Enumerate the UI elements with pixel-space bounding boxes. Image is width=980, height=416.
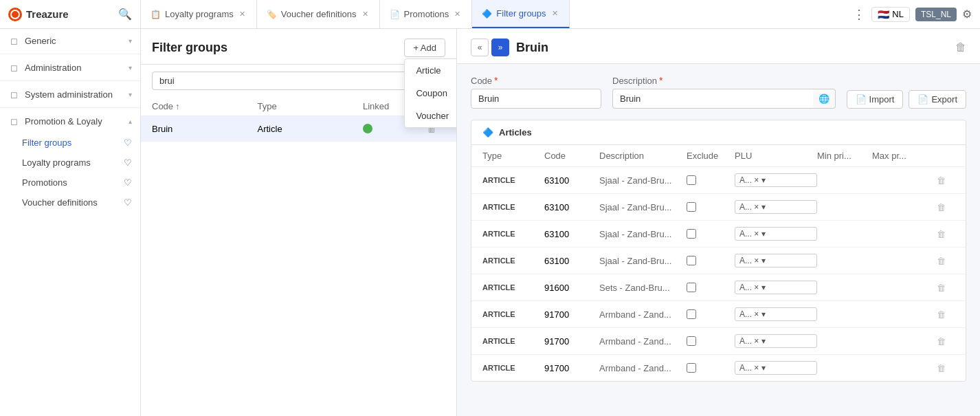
- sidebar-item-sysadmin[interactable]: ◻ System administration ▾: [0, 83, 140, 106]
- articles-table-header: Type Code Description Exclude PLU Min pr…: [471, 145, 966, 167]
- settings-icon[interactable]: ⚙: [962, 8, 972, 21]
- row-delete-button[interactable]: 🗑: [927, 363, 955, 373]
- row-exclude-checkbox[interactable]: [687, 336, 696, 346]
- article-row: ARTICLE 63100 Sjaal - Zand-Bru... A... ×…: [471, 248, 966, 274]
- topbar-right: ⋮ 🇳🇱 NL TSL_NL ⚙: [845, 7, 980, 22]
- tab-loyalty[interactable]: 📋 Loyalty programs ✕: [141, 0, 257, 28]
- tab-voucher-close[interactable]: ✕: [361, 10, 370, 19]
- row-plu-select[interactable]: A... × ▾: [735, 227, 817, 241]
- user-badge[interactable]: TSL_NL: [915, 8, 957, 21]
- tab-promotions[interactable]: 📄 Promotions ✕: [380, 0, 473, 28]
- row-code: 63100: [544, 202, 599, 212]
- content-area: Filter groups + Add Article Coupon Vouch…: [141, 29, 980, 416]
- articles-title: Articles: [499, 127, 532, 138]
- article-row: ARTICLE 63100 Sjaal - Zand-Bru... A... ×…: [471, 167, 966, 194]
- sidebar-item-administration[interactable]: ◻ Administration ▾: [0, 56, 140, 79]
- add-button[interactable]: + Add: [404, 39, 445, 57]
- row-exclude-checkbox[interactable]: [687, 256, 696, 265]
- row-type: ARTICLE: [482, 256, 544, 265]
- col-header-code[interactable]: Code ↑: [152, 101, 258, 111]
- row-exclude-checkbox[interactable]: [687, 175, 696, 185]
- language-selector[interactable]: 🇳🇱 NL: [871, 7, 910, 22]
- description-input[interactable]: [612, 89, 813, 109]
- col-type: Type: [482, 151, 544, 161]
- promotion-icon: ◻: [8, 116, 19, 127]
- tab-loyalty-label: Loyalty programs: [165, 9, 234, 19]
- row-exclude-checkbox[interactable]: [687, 363, 696, 373]
- dropdown-item-article[interactable]: Article: [405, 59, 457, 82]
- heart-icon: ♡: [124, 157, 132, 168]
- search-input[interactable]: [152, 72, 445, 90]
- tab-filtergroups[interactable]: 🔷 Filter groups ✕: [472, 0, 569, 28]
- tab-promotions-close[interactable]: ✕: [453, 10, 462, 19]
- nav-prev-button[interactable]: «: [471, 39, 489, 56]
- row-plu-select[interactable]: A... × ▾: [735, 307, 817, 321]
- nav-next-button[interactable]: »: [491, 39, 509, 56]
- sidebar-item-filter-groups[interactable]: Filter groups ♡: [22, 133, 140, 153]
- col-plu: PLU: [735, 151, 817, 161]
- app-name: Treazure: [26, 8, 69, 20]
- tab-voucher-icon: 🏷️: [267, 10, 277, 19]
- row-plu-select[interactable]: A... × ▾: [735, 281, 817, 294]
- row-delete-button[interactable]: 🗑: [927, 202, 955, 212]
- article-row: ARTICLE 63100 Sjaal - Zand-Bru... A... ×…: [471, 194, 966, 221]
- col-max-price: Max pr...: [872, 151, 927, 161]
- sidebar-item-voucher-definitions[interactable]: Voucher definitions ♡: [22, 193, 140, 212]
- search-icon[interactable]: 🔍: [118, 8, 132, 21]
- sidebar-section-administration: ◻ Administration ▾: [0, 56, 140, 79]
- export-button[interactable]: 📄 Export: [909, 90, 966, 109]
- tab-voucher[interactable]: 🏷️ Voucher definitions ✕: [257, 0, 380, 28]
- row-delete-button[interactable]: 🗑: [927, 309, 955, 320]
- row-description: Sjaal - Zand-Bru...: [599, 229, 687, 239]
- tab-loyalty-close[interactable]: ✕: [238, 10, 247, 19]
- col-action: [927, 151, 955, 161]
- detail-title: Bruin: [516, 41, 948, 55]
- col-exclude: Exclude: [687, 151, 735, 161]
- detail-delete-button[interactable]: 🗑: [955, 41, 966, 54]
- row-type: ARTICLE: [482, 230, 544, 238]
- sidebar-item-promotion[interactable]: ◻ Promotion & Loyaly ▴: [0, 109, 140, 133]
- detail-panel: « » Bruin 🗑 Code *: [457, 29, 980, 416]
- row-plu-select[interactable]: A... × ▾: [735, 254, 817, 267]
- sidebar-item-promotions[interactable]: Promotions ♡: [22, 173, 140, 193]
- col-desc: Description: [599, 151, 687, 161]
- description-label: Description *: [612, 75, 836, 86]
- row-plu-select[interactable]: A... × ▾: [735, 361, 817, 375]
- row-exclude-checkbox[interactable]: [687, 283, 696, 292]
- description-input-group: 🌐: [612, 89, 836, 109]
- more-options-button[interactable]: ⋮: [853, 7, 866, 22]
- sidebar-item-filter-groups-label: Filter groups: [22, 138, 71, 148]
- nav-arrows: « »: [471, 39, 509, 56]
- sidebar-section-sysadmin: ◻ System administration ▾: [0, 83, 140, 106]
- row-delete-button[interactable]: 🗑: [927, 229, 955, 239]
- row-type: ARTICLE: [482, 203, 544, 211]
- globe-icon[interactable]: 🌐: [813, 89, 836, 109]
- row-code: 91600: [544, 283, 599, 293]
- row-delete-button[interactable]: 🗑: [927, 175, 955, 186]
- import-button[interactable]: 📄 Import: [847, 90, 904, 109]
- sidebar-item-generic[interactable]: ◻ Generic ▾: [0, 29, 140, 52]
- col-header-type: Type: [258, 101, 364, 111]
- detail-header: « » Bruin 🗑: [457, 29, 980, 64]
- dropdown-item-voucher[interactable]: Voucher: [405, 105, 457, 127]
- row-exclude-checkbox[interactable]: [687, 309, 696, 319]
- row-plu-select[interactable]: A... × ▾: [735, 200, 817, 214]
- row-plu-select[interactable]: A... × ▾: [735, 173, 817, 187]
- row-delete-button[interactable]: 🗑: [927, 256, 955, 266]
- dropdown-item-coupon[interactable]: Coupon: [405, 82, 457, 105]
- row-plu-select[interactable]: A... × ▾: [735, 334, 817, 348]
- row-delete-button[interactable]: 🗑: [927, 283, 955, 293]
- chevron-down-icon: ▾: [129, 37, 132, 45]
- generic-icon: ◻: [8, 35, 19, 46]
- tab-filtergroups-close[interactable]: ✕: [550, 9, 559, 18]
- code-input[interactable]: [471, 89, 601, 109]
- detail-body: Code * Description * 🌐: [457, 64, 980, 393]
- row-description: Sjaal - Zand-Bru...: [599, 256, 687, 266]
- row-delete-button[interactable]: 🗑: [927, 336, 955, 347]
- sidebar-item-loyalty-programs[interactable]: Loyalty programs ♡: [22, 153, 140, 173]
- chevron-down-icon: ▾: [129, 91, 132, 98]
- row-exclude-checkbox[interactable]: [687, 202, 696, 212]
- row-exclude-checkbox[interactable]: [687, 229, 696, 239]
- import-icon: 📄: [856, 94, 867, 105]
- chevron-down-icon: ▾: [129, 64, 132, 72]
